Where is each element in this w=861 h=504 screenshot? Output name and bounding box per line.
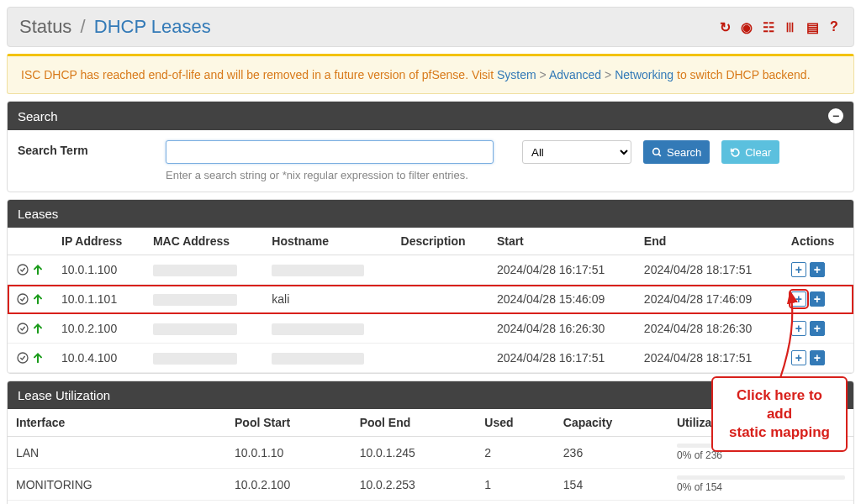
search-input[interactable] <box>166 140 494 164</box>
lease-start: 2024/04/28 16:17:51 <box>489 255 636 285</box>
lease-ip: 10.0.4.100 <box>53 344 145 373</box>
lease-desc <box>393 285 489 314</box>
lease-status <box>16 322 45 335</box>
add-static-mapping-button[interactable]: + <box>791 262 806 277</box>
util-used: 2 <box>476 437 555 469</box>
col-mac[interactable]: MAC Address <box>145 228 263 255</box>
clear-button[interactable]: Clear <box>721 140 779 164</box>
col-desc[interactable]: Description <box>393 228 489 255</box>
alert-suffix: to switch DHCP backend. <box>677 68 810 81</box>
chart-icon[interactable]: ⫼ <box>783 19 798 34</box>
arrow-up-icon <box>31 322 45 335</box>
lease-end: 2024/04/28 17:46:09 <box>636 285 783 314</box>
lease-start: 2024/04/28 15:46:09 <box>489 285 636 314</box>
lease-ip: 10.0.2.100 <box>53 314 145 344</box>
refresh-icon[interactable]: ↻ <box>717 19 732 34</box>
search-label: Search Term <box>18 140 152 157</box>
col-pstart[interactable]: Pool Start <box>226 409 351 437</box>
add-wol-button[interactable]: + <box>810 321 825 336</box>
lease-start: 2024/04/28 16:17:51 <box>489 344 636 373</box>
util-pstart: 10.0.4.100 <box>226 501 351 505</box>
svg-point-3 <box>18 294 28 304</box>
add-static-mapping-button[interactable]: + <box>791 291 806 307</box>
breadcrumb-current[interactable]: DHCP Leases <box>94 16 211 37</box>
lease-end: 2024/04/28 18:17:51 <box>636 255 783 285</box>
col-end[interactable]: End <box>636 228 783 255</box>
search-panel: Search − Search Term All Search <box>7 101 854 192</box>
col-host[interactable]: Hostname <box>263 228 392 255</box>
lease-end: 2024/04/28 18:17:51 <box>636 344 783 373</box>
util-bar: 0% of 236 <box>677 444 845 461</box>
util-iface: VULNERABLEMACHINES <box>8 501 226 505</box>
add-static-mapping-button[interactable]: + <box>791 321 806 336</box>
page-header: Status / DHCP Leases ↻ ◉ ☷ ⫼ ▤ ? <box>7 7 854 47</box>
util-pend: 10.0.4.253 <box>351 501 477 505</box>
util-cap: 154 <box>555 469 668 501</box>
util-text: 0% of 236 <box>677 449 845 461</box>
leases-panel-title: Leases <box>18 207 58 221</box>
check-circle-icon <box>16 263 29 276</box>
search-button[interactable]: Search <box>643 140 710 164</box>
add-wol-button[interactable]: + <box>810 291 825 307</box>
add-wol-button[interactable]: + <box>810 350 825 365</box>
util-text: 0% of 154 <box>677 481 845 493</box>
help-icon[interactable]: ? <box>827 19 842 34</box>
util-pend: 10.0.2.253 <box>351 469 477 501</box>
lease-mac <box>145 344 263 373</box>
add-wol-button[interactable]: + <box>810 262 825 277</box>
col-ip[interactable]: IP Address <box>53 228 145 255</box>
util-used: 1 <box>476 501 555 505</box>
table-row: MONITORING 10.0.2.100 10.0.2.253 1 154 0… <box>8 469 853 501</box>
svg-line-1 <box>658 154 661 156</box>
col-util[interactable]: Utilization <box>668 409 853 437</box>
col-iface[interactable]: Interface <box>8 409 226 437</box>
table-row: 10.0.1.100 2024/04/28 16:17:51 2024/04/2… <box>8 255 853 285</box>
util-iface: LAN <box>8 437 226 469</box>
lease-mac <box>145 314 263 344</box>
lease-desc <box>393 255 489 285</box>
col-start[interactable]: Start <box>489 228 636 255</box>
log-icon[interactable]: ▤ <box>805 19 820 34</box>
alert-link-advanced[interactable]: Advanced <box>549 68 601 81</box>
search-panel-title: Search <box>18 109 58 123</box>
lease-start: 2024/04/28 16:26:30 <box>489 314 636 344</box>
svg-point-0 <box>653 148 660 155</box>
stop-icon[interactable]: ◉ <box>739 19 754 34</box>
lease-host <box>263 255 392 285</box>
col-pend[interactable]: Pool End <box>351 409 477 437</box>
alert-link-system[interactable]: System <box>497 68 536 81</box>
lease-desc <box>393 344 489 373</box>
svg-point-5 <box>18 353 28 363</box>
util-cap: 236 <box>555 437 668 469</box>
check-circle-icon <box>16 351 29 365</box>
col-actions: Actions <box>783 228 853 255</box>
alert-prefix: ISC DHCP has reached end-of-life and wil… <box>21 68 497 81</box>
util-used: 1 <box>476 469 555 501</box>
add-static-mapping-button[interactable]: + <box>791 350 806 365</box>
util-cap: 154 <box>555 501 668 505</box>
breadcrumb-root[interactable]: Status <box>19 16 71 37</box>
utilization-panel-title: Lease Utilization <box>18 388 110 402</box>
search-panel-heading: Search − <box>8 102 853 130</box>
collapse-icon[interactable]: − <box>828 108 843 123</box>
lease-host: kali <box>263 285 392 314</box>
lease-desc <box>393 314 489 344</box>
alert-link-networking[interactable]: Networking <box>615 68 673 81</box>
check-circle-icon <box>16 292 29 306</box>
lease-host <box>263 344 392 373</box>
sliders-icon[interactable]: ☷ <box>761 19 776 34</box>
svg-point-2 <box>18 265 28 275</box>
table-row: 10.0.2.100 2024/04/28 16:26:30 2024/04/2… <box>8 314 853 344</box>
table-row: 10.0.4.100 2024/04/28 16:17:51 2024/04/2… <box>8 344 853 373</box>
breadcrumb-sep: / <box>81 16 86 37</box>
magnify-icon <box>652 147 663 158</box>
check-circle-icon <box>16 322 29 335</box>
arrow-up-icon <box>31 292 45 306</box>
lease-ip: 10.0.1.101 <box>53 285 145 314</box>
breadcrumb: Status / DHCP Leases <box>19 16 211 38</box>
lease-mac <box>145 285 263 314</box>
eol-alert: ISC DHCP has reached end-of-life and wil… <box>7 54 854 94</box>
col-used[interactable]: Used <box>476 409 555 437</box>
search-filter-select[interactable]: All <box>522 140 631 164</box>
col-cap[interactable]: Capacity <box>555 409 668 437</box>
